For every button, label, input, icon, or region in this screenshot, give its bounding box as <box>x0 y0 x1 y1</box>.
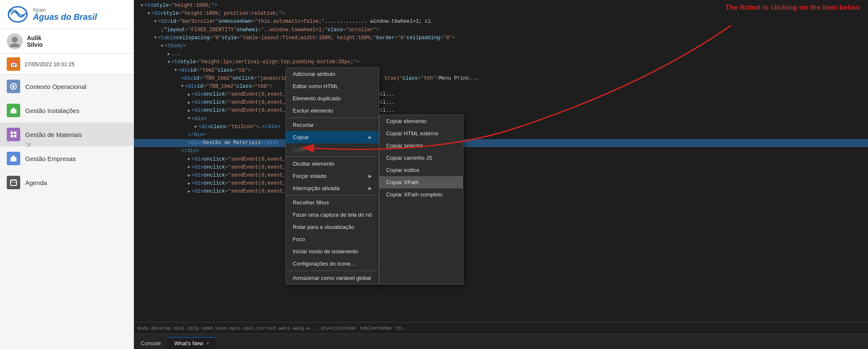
menu-item-interrupcao[interactable]: Interrupção ativada ▶ <box>286 182 379 194</box>
menu-item-adicionar-atributo[interactable]: Adicionar atributo <box>286 68 379 80</box>
svg-point-1 <box>12 37 18 43</box>
code-line: ▶ <div onclick="sendEvent(0,event," ... … <box>134 91 868 99</box>
devtools-panel[interactable]: ▼ <td style="height:100%;" > ▼ <div styl… <box>134 0 868 349</box>
menu-item-colar[interactable]: Colar <box>286 143 379 156</box>
sidebar: Grupo Águas do Brasil Aulik Silvio 📅 27/… <box>0 0 134 349</box>
logo-area: Grupo Águas do Brasil <box>0 0 134 29</box>
code-line: ▼ <div id="TBB_tbm2" class="tbb"> <box>134 83 868 91</box>
svg-rect-7 <box>11 132 13 134</box>
code-line: ▼ <table cellspacing="0" style="table-la… <box>134 34 868 42</box>
code-line: ▶ <div class="tbiIcon"> … </div> <box>134 123 868 131</box>
submenu-item-copiar-xpath-completo[interactable]: Copiar XPath completo <box>379 188 463 201</box>
sidebar-item-agenda-label: Agenda <box>25 179 47 186</box>
context-menu-overlay: Adicionar atributo Editar como HTML Elem… <box>286 67 463 285</box>
operacional-icon <box>7 80 20 93</box>
context-submenu-copiar: Copiar elemento Copiar HTML externo Copi… <box>379 115 463 285</box>
datetime-text: 27/05/2022 10:31:25 <box>24 61 75 67</box>
user-name-line2: Silvio <box>27 41 43 48</box>
code-line-highlighted: <div> Gestão de Materiais </div> <box>134 139 868 147</box>
sidebar-item-operacional-label: Contexto Operacional <box>25 83 86 90</box>
annotation-text: The Robot is clicking on the item below <box>725 3 860 12</box>
svg-marker-6 <box>11 107 16 110</box>
submenu-item-copiar-selector[interactable]: Copiar selector <box>379 140 463 152</box>
svg-rect-12 <box>12 156 15 158</box>
submenu-item-copiar-html-externo[interactable]: Copiar HTML externo <box>379 127 463 140</box>
menu-item-armazenar[interactable]: Armazenar como variável global <box>286 272 379 284</box>
code-line: ▼ <div> <box>134 115 868 123</box>
logo-icon <box>7 5 29 24</box>
code-line: ▶ <div onclick="sendEvent(0,event," ... … <box>134 172 868 180</box>
menu-item-captura[interactable]: Fazer uma captura de tela do nó <box>286 209 379 221</box>
sidebar-item-empresas[interactable]: Gestão Empresas <box>0 147 134 171</box>
main-content: The Robot is clicking on the item below … <box>134 0 868 349</box>
menu-item-isolamento[interactable]: Iniciar modo de isolamento <box>286 245 379 258</box>
datetime-area: 📅 27/05/2022 10:31:25 <box>0 54 134 75</box>
submenu-item-copiar-xpath[interactable]: Copiar XPath <box>379 176 463 188</box>
calendar-icon: 📅 <box>7 57 20 71</box>
menu-item-excluir-elemento[interactable]: Excluir elemento <box>286 105 379 117</box>
menu-item-rolar[interactable]: Rolar para a visualização <box>286 221 379 233</box>
code-line: </div> <box>134 147 868 155</box>
separator-2 <box>286 156 379 157</box>
logo-text: Grupo Águas do Brasil <box>33 7 97 22</box>
menu-item-recolher[interactable]: Recolher filhos <box>286 196 379 209</box>
code-line: ;" layout="FIXED_IDENTITY" onwheel="..wi… <box>134 26 868 34</box>
svg-point-2 <box>10 43 20 47</box>
svg-point-4 <box>12 85 15 88</box>
code-line: ▶ ... <box>134 50 868 58</box>
avatar <box>7 33 23 49</box>
svg-rect-9 <box>11 135 13 137</box>
user-name-line1: Aulik <box>27 35 43 41</box>
status-bar: body.desktop.vpxl.vplg.vpmd.vpsm.vpxs.vp… <box>134 322 868 334</box>
menu-item-recortar[interactable]: Recortar <box>286 119 379 131</box>
submenu-item-copiar-elemento[interactable]: Copiar elemento <box>379 115 463 127</box>
submenu-item-copiar-estilos[interactable]: Copiar estilos <box>379 164 463 176</box>
submenu-item-copiar-caminho-js[interactable]: Copiar caminho JS <box>379 152 463 164</box>
copiar-submenu-arrow: ▶ <box>369 135 372 140</box>
instalacoes-icon <box>7 104 20 117</box>
status-text: body.desktop.vpxl.vplg.vpmd.vpsm.vpxs.vp… <box>137 326 410 331</box>
menu-item-elemento-duplicado[interactable]: Elemento duplicado <box>286 92 379 105</box>
code-line: ▼ <tbody> <box>134 42 868 50</box>
tab-console[interactable]: Console <box>134 337 168 349</box>
menu-item-editar-html[interactable]: Editar como HTML <box>286 80 379 92</box>
separator-4 <box>286 271 379 271</box>
svg-rect-13 <box>11 180 16 185</box>
logo-grupo: Grupo <box>33 7 97 12</box>
separator-3 <box>286 195 379 196</box>
svg-rect-10 <box>14 135 16 137</box>
materiais-icon <box>7 128 20 141</box>
menu-item-configuracoes[interactable]: Configurações do ícone... <box>286 258 379 270</box>
menu-item-copiar[interactable]: Copiar ▶ <box>286 131 379 143</box>
sidebar-item-materiais[interactable]: Gestão de Materiais ☞ <box>0 123 134 147</box>
forcar-submenu-arrow: ▶ <box>369 174 372 178</box>
code-line: ▶ <div onclick="sendEvent(0,event," ... … <box>134 156 868 164</box>
code-line: ▼ <div id="tbm2" class="tb"> <box>134 67 868 75</box>
sidebar-item-materiais-label: Gestão de Materiais <box>25 131 82 138</box>
context-menu-main: Adicionar atributo Editar como HTML Elem… <box>286 67 379 285</box>
code-line: </div> <box>134 131 868 139</box>
code-line: ▶ <div onclick="sendEvent(0,event," ... … <box>134 188 868 196</box>
code-line: <div id="TBH_tbm2" onclick="javascript:s… <box>134 75 868 83</box>
tab-close-icon[interactable]: ✕ <box>206 341 209 346</box>
tab-whats-new[interactable]: What's New ✕ <box>168 337 216 349</box>
tab-console-label: Console <box>141 340 161 346</box>
agenda-icon <box>7 176 20 189</box>
menu-item-foco[interactable]: Foco <box>286 233 379 245</box>
interrupcao-submenu-arrow: ▶ <box>369 186 372 191</box>
menu-item-ocultar[interactable]: Ocultar elemento <box>286 158 379 170</box>
code-line: ▶ <div onclick="sendEvent(0,event," ... … <box>134 107 868 115</box>
sidebar-item-operacional[interactable]: Contexto Operacional <box>0 75 134 99</box>
code-line: ▼ <td style="height:1px;vertical-align:t… <box>134 58 868 66</box>
empresas-icon <box>7 152 20 165</box>
code-line: ▶ <div onclick="sendEvent(0,event," ... … <box>134 99 868 107</box>
svg-rect-8 <box>14 132 16 134</box>
menu-item-forcar-estado[interactable]: Forçar estado ▶ <box>286 170 379 182</box>
code-line: ▶ <div onclick="sendEvent(0,event," ... … <box>134 164 868 172</box>
user-area: Aulik Silvio <box>0 29 134 54</box>
code-line: ▼ <div id="barScroller" onmousedown="thi… <box>134 18 868 26</box>
sidebar-item-instalacoes[interactable]: Gestão Instalações <box>0 99 134 123</box>
bottom-tabs: Console What's New ✕ <box>134 334 868 349</box>
sidebar-item-agenda[interactable]: Agenda <box>0 171 134 195</box>
svg-rect-5 <box>11 110 16 113</box>
